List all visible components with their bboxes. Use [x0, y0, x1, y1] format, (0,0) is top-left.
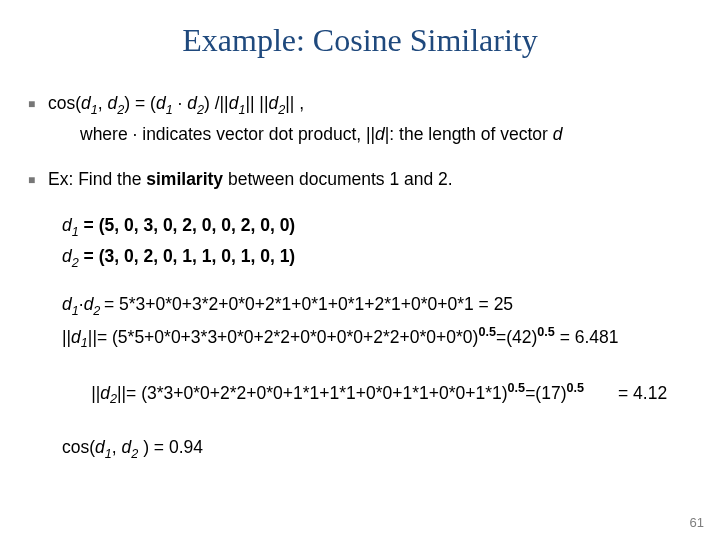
- spacer: [28, 150, 692, 168]
- t: ,: [112, 437, 122, 457]
- example-prompt: Ex: Find the similarity between document…: [48, 168, 692, 192]
- slide-title: Example: Cosine Similarity: [0, 22, 720, 59]
- dot-product-line: d1∙d2 = 5*3+0*0+3*2+0*0+2*1+0*1+0*1+2*1+…: [62, 293, 692, 320]
- vector-d2: d2 = (3, 0, 2, 0, 1, 1, 0, 1, 0, 1): [62, 245, 692, 272]
- t: d: [62, 294, 72, 314]
- norm-d1-line: ||d1||= (5*5+0*0+3*3+0*0+2*2+0*0+0*0+2*2…: [62, 324, 692, 352]
- spacer: [28, 275, 692, 293]
- t: d: [62, 246, 72, 266]
- t: ·: [173, 93, 188, 113]
- vector-d1: d1 = (5, 0, 3, 0, 2, 0, 0, 2, 0, 0): [62, 214, 692, 241]
- t: || ||: [245, 93, 268, 113]
- t: ) = 0.94: [138, 437, 203, 457]
- t: 1: [105, 446, 112, 460]
- t: d: [156, 93, 166, 113]
- t: 2: [72, 255, 79, 269]
- t: between documents 1 and 2.: [223, 169, 453, 189]
- t: =(17): [525, 382, 566, 402]
- t: d: [229, 93, 239, 113]
- t: 0.5: [478, 325, 496, 339]
- t: ) = (: [124, 93, 156, 113]
- t: |: the length of vector: [385, 124, 553, 144]
- slide-container: { "title": "Example: Cosine Similarity",…: [0, 0, 720, 540]
- t: = 6.481: [555, 326, 619, 346]
- t: d: [375, 124, 385, 144]
- formula-definition: cos(d1, d2) = (d1 · d2) /||d1|| ||d2|| ,: [48, 92, 692, 119]
- t: d: [95, 437, 105, 457]
- t: Ex: Find the: [48, 169, 146, 189]
- t: =(42): [496, 326, 537, 346]
- t: similarity: [146, 169, 223, 189]
- t: ||: [62, 326, 71, 346]
- page-number: 61: [690, 515, 704, 530]
- t: 2: [93, 304, 104, 318]
- t: 1: [166, 103, 173, 117]
- norm-d2-line: ||d2||= (3*3+0*0+2*2+0*0+1*1+1*1+0*0+1*1…: [62, 356, 692, 432]
- t: 1: [91, 103, 98, 117]
- t: = 4.12: [584, 382, 667, 402]
- t: 0.5: [537, 325, 555, 339]
- t: d: [122, 437, 132, 457]
- t: 0.5: [566, 381, 584, 395]
- t: ||= (3*3+0*0+2*2+0*0+1*1+1*1+0*0+1*1+0*0…: [117, 382, 508, 402]
- bullet-marker-icon: ■: [28, 168, 48, 192]
- where-clause: where · indicates vector dot product, ||…: [80, 123, 692, 147]
- slide-body: ■ cos(d1, d2) = (d1 · d2) /||d1|| ||d2||…: [28, 92, 692, 466]
- t: d: [81, 93, 91, 113]
- t: d: [108, 93, 118, 113]
- t: d: [84, 294, 94, 314]
- t: 0.5: [508, 381, 526, 395]
- t: ,: [98, 93, 108, 113]
- t: 1: [81, 336, 88, 350]
- t: cos(: [62, 437, 95, 457]
- t: where · indicates vector dot product, ||: [80, 124, 375, 144]
- t: d: [553, 124, 563, 144]
- bullet-marker-icon: ■: [28, 92, 48, 116]
- t: 2: [197, 103, 204, 117]
- t: = (5, 0, 3, 0, 2, 0, 0, 2, 0, 0): [79, 215, 295, 235]
- spacer: [28, 196, 692, 214]
- t: 1: [72, 225, 79, 239]
- t: ||= (5*5+0*0+3*3+0*0+2*2+0*0+0*0+2*2+0*0…: [88, 326, 479, 346]
- t: = (3, 0, 2, 0, 1, 1, 0, 1, 0, 1): [79, 246, 295, 266]
- t: 2: [110, 392, 117, 406]
- t: d: [187, 93, 197, 113]
- t: cos(: [48, 93, 81, 113]
- bullet-2: ■ Ex: Find the similarity between docume…: [28, 168, 692, 192]
- t: d: [100, 382, 110, 402]
- t: || ,: [285, 93, 304, 113]
- t: d: [71, 326, 81, 346]
- t: d: [268, 93, 278, 113]
- t: 1: [72, 304, 79, 318]
- t: ||: [91, 382, 100, 402]
- bullet-1: ■ cos(d1, d2) = (d1 · d2) /||d1|| ||d2||…: [28, 92, 692, 119]
- t: = 5*3+0*0+3*2+0*0+2*1+0*1+0*1+2*1+0*0+0*…: [104, 294, 513, 314]
- cosine-result: cos(d1, d2 ) = 0.94: [62, 436, 692, 463]
- t: ) /||: [204, 93, 229, 113]
- t: d: [62, 215, 72, 235]
